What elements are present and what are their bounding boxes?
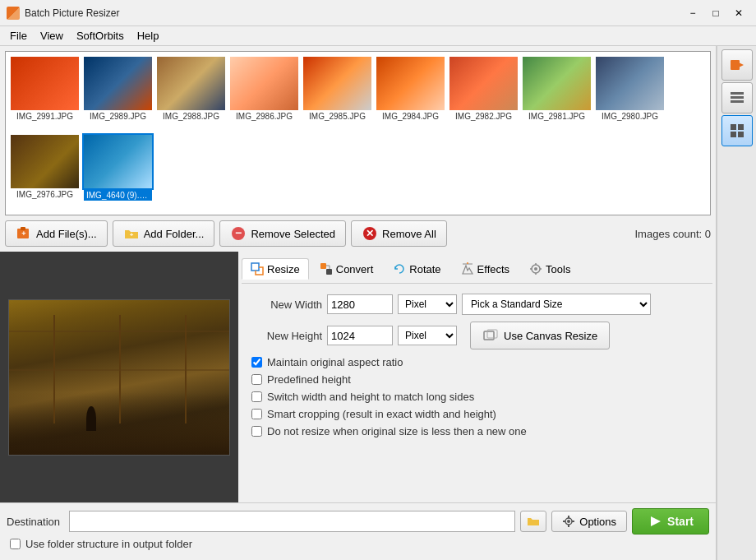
tab-convert[interactable]: Convert: [311, 258, 383, 280]
tab-rotate[interactable]: Rotate: [384, 258, 449, 280]
settings-panel: Resize Convert: [238, 252, 716, 502]
destination-row: Destination Options: [7, 508, 709, 535]
height-unit-select[interactable]: Pixel Percent Inch Cm: [398, 326, 457, 345]
thumbnail-area[interactable]: IMG_2991.JPG IMG_2989.JPG IMG_2988.JPG I…: [5, 51, 711, 215]
bottom-row2: Use folder structure in output folder: [7, 538, 709, 555]
effects-icon: [461, 262, 474, 275]
thumb-item[interactable]: IMG_2989.JPG: [84, 57, 152, 121]
predefined-height-checkbox[interactable]: [251, 374, 262, 385]
svg-rect-31: [731, 124, 736, 130]
folder-structure-label[interactable]: Use folder structure in output folder: [25, 538, 192, 550]
svg-rect-30: [731, 100, 744, 103]
add-files-button[interactable]: + Add File(s)...: [5, 220, 108, 247]
do-not-resize-label[interactable]: Do not resize when original size is less…: [267, 425, 527, 437]
remove-selected-button[interactable]: − Remove Selected: [219, 220, 346, 247]
do-not-resize-checkbox[interactable]: [251, 426, 262, 437]
menu-bar: File View SoftOrbits Help: [0, 26, 756, 46]
predefined-height-label[interactable]: Predefined height: [267, 373, 351, 386]
svg-rect-29: [731, 96, 744, 99]
window-controls: − □ ✕: [682, 5, 749, 21]
sidebar-grid-button[interactable]: [721, 115, 753, 146]
thumb-label: IMG_2982.JPG: [455, 112, 512, 121]
thumb-item[interactable]: IMG_2991.JPG: [11, 57, 79, 121]
thumb-item[interactable]: IMG_2985.JPG: [303, 57, 371, 121]
width-label: New Width: [248, 299, 322, 311]
rotate-icon: [393, 262, 406, 275]
remove-all-icon: ✕: [362, 225, 378, 242]
thumb-item[interactable]: IMG_2986.JPG: [230, 57, 298, 121]
thumb-item-selected[interactable]: IMG_4640 (9).CR2: [84, 135, 152, 201]
options-button[interactable]: Options: [551, 511, 627, 532]
svg-marker-27: [739, 62, 744, 67]
tab-resize[interactable]: Resize: [242, 258, 309, 280]
grid-view-icon: [729, 123, 745, 139]
add-files-icon: +: [16, 225, 32, 242]
close-button[interactable]: ✕: [728, 5, 749, 21]
menu-help[interactable]: Help: [131, 28, 166, 44]
minimize-button[interactable]: −: [682, 5, 703, 21]
menu-softorbits[interactable]: SoftOrbits: [70, 28, 131, 44]
remove-all-button[interactable]: ✕ Remove All: [351, 220, 447, 247]
maintain-aspect-checkbox[interactable]: [251, 357, 262, 368]
smart-cropping-label[interactable]: Smart cropping (result in exact width an…: [267, 408, 496, 420]
svg-marker-25: [651, 516, 661, 526]
menu-view[interactable]: View: [34, 28, 70, 44]
thumb-item[interactable]: IMG_2976.JPG: [11, 135, 79, 199]
resize-form: New Width Pixel Percent Inch Cm Pick a S…: [242, 290, 712, 446]
list-view-icon: [729, 90, 745, 106]
sidebar-list-button[interactable]: [721, 82, 753, 113]
height-input[interactable]: [327, 326, 393, 345]
height-row: New Height Pixel Percent Inch Cm: [248, 322, 706, 349]
maintain-aspect-label[interactable]: Maintain original aspect ratio: [267, 356, 403, 368]
arrow-right-icon: [729, 57, 745, 73]
smart-cropping-row: Smart cropping (result in exact width an…: [248, 408, 706, 420]
do-not-resize-row: Do not resize when original size is less…: [248, 425, 706, 437]
svg-rect-26: [731, 60, 740, 70]
start-icon: [648, 514, 662, 529]
convert-icon: [320, 262, 333, 275]
svg-rect-10: [326, 269, 332, 275]
start-button[interactable]: Start: [632, 508, 709, 535]
canvas-resize-button[interactable]: Use Canvas Resize: [470, 322, 610, 349]
svg-rect-34: [738, 132, 744, 137]
destination-browse-button[interactable]: [520, 511, 546, 532]
switch-width-height-label[interactable]: Switch width and height to match long si…: [267, 391, 474, 403]
smart-cropping-checkbox[interactable]: [251, 409, 262, 419]
switch-width-height-row: Switch width and height to match long si…: [248, 391, 706, 403]
thumb-label: IMG_2986.JPG: [236, 112, 293, 121]
folder-structure-checkbox[interactable]: [10, 539, 21, 549]
bottom-panel: Destination Options: [0, 502, 716, 560]
thumb-item[interactable]: IMG_2980.JPG: [596, 57, 664, 121]
add-folder-button[interactable]: + Add Folder...: [113, 220, 215, 247]
thumb-item[interactable]: IMG_2984.JPG: [376, 57, 445, 121]
svg-rect-28: [731, 92, 744, 95]
thumb-label: IMG_2985.JPG: [309, 112, 366, 121]
thumb-item[interactable]: IMG_2982.JPG: [449, 57, 518, 121]
add-folder-icon: +: [123, 225, 140, 242]
tab-effects[interactable]: Effects: [452, 258, 519, 280]
tab-tools[interactable]: Tools: [520, 258, 579, 280]
svg-text:+: +: [21, 229, 25, 238]
thumb-label: IMG_2980.JPG: [602, 112, 658, 121]
maintain-aspect-row: Maintain original aspect ratio: [248, 356, 706, 368]
switch-width-height-checkbox[interactable]: [251, 391, 262, 402]
thumb-label: IMG_2981.JPG: [528, 112, 585, 121]
height-label: New Height: [248, 330, 322, 342]
width-unit-select[interactable]: Pixel Percent Inch Cm: [398, 294, 457, 314]
thumb-label: IMG_2984.JPG: [382, 112, 439, 121]
thumb-item[interactable]: IMG_2988.JPG: [157, 57, 225, 121]
svg-rect-33: [731, 132, 736, 137]
destination-label: Destination: [7, 516, 64, 528]
left-panel: IMG_2991.JPG IMG_2989.JPG IMG_2988.JPG I…: [0, 46, 717, 560]
standard-size-select[interactable]: Pick a Standard Size 640×480 800×600 102…: [462, 294, 651, 315]
thumb-item[interactable]: IMG_2981.JPG: [523, 57, 591, 121]
folder-browse-icon: [526, 514, 541, 529]
svg-text:−: −: [235, 226, 242, 239]
menu-file[interactable]: File: [3, 28, 34, 44]
sidebar-add-button[interactable]: [721, 49, 753, 81]
svg-text:✕: ✕: [366, 228, 374, 239]
maximize-button[interactable]: □: [705, 5, 726, 21]
destination-input[interactable]: [69, 511, 515, 532]
folder-structure-row: Use folder structure in output folder: [7, 538, 192, 550]
width-input[interactable]: [327, 294, 393, 314]
